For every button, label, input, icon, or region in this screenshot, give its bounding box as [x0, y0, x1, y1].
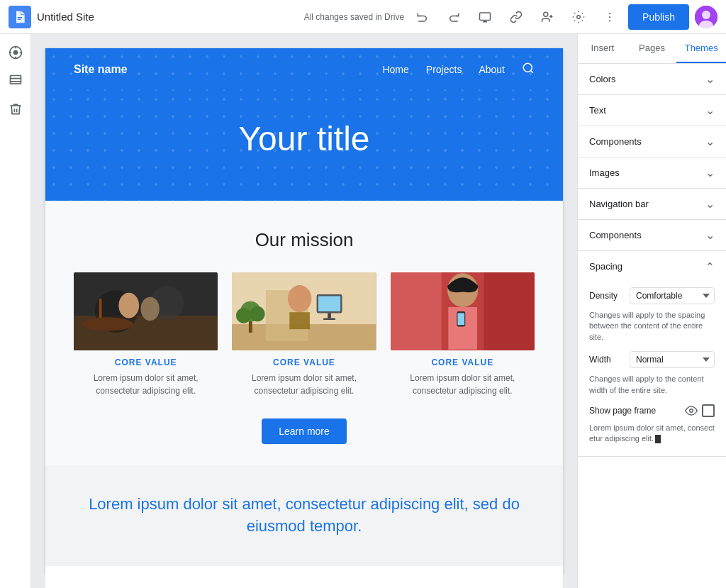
left-toolbar: [0, 34, 31, 588]
components2-header[interactable]: Components ⌄: [578, 220, 726, 250]
density-row: Density Comfortable Compact Spacious: [589, 287, 715, 304]
svg-point-40: [250, 306, 265, 322]
density-label: Density: [589, 291, 618, 301]
quote-text: Lorem ipsum dolor sit amet, consectetur …: [74, 494, 535, 538]
svg-point-27: [140, 297, 159, 321]
width-help: Changes will apply to the content width …: [589, 374, 715, 396]
nav-about[interactable]: About: [479, 64, 505, 75]
spacing-header[interactable]: Spacing ⌄: [578, 251, 726, 282]
site-canvas: Site name Home Projects About Your title…: [45, 48, 563, 574]
section-images: Images ⌄: [578, 157, 726, 189]
svg-point-52: [690, 409, 693, 413]
svg-rect-17: [10, 76, 21, 84]
navbar-label: Navigation bar: [589, 199, 649, 209]
tab-pages[interactable]: Pages: [627, 34, 677, 63]
components2-label: Components: [589, 230, 642, 240]
colors-chevron-icon: ⌄: [705, 72, 715, 86]
colors-header[interactable]: Colors ⌄: [578, 64, 726, 94]
density-select[interactable]: Comfortable Compact Spacious: [630, 287, 715, 304]
hero-section: Your title: [45, 91, 563, 201]
layers-button[interactable]: [3, 68, 28, 94]
text-chevron-icon: ⌄: [705, 104, 715, 117]
tab-insert[interactable]: Insert: [578, 34, 627, 63]
svg-rect-36: [324, 318, 336, 320]
spacing-content: Density Comfortable Compact Spacious Cha…: [578, 282, 726, 456]
redo-button[interactable]: [441, 4, 467, 30]
svg-rect-0: [18, 17, 23, 18]
svg-rect-32: [290, 312, 311, 329]
canvas-area[interactable]: Site name Home Projects About Your title…: [31, 34, 577, 588]
learn-more-button[interactable]: Learn more: [262, 418, 347, 444]
components-chevron-icon: ⌄: [705, 135, 715, 148]
card-3-title: CORE VALUE: [391, 357, 535, 367]
site-title: Untitled Site: [37, 11, 94, 23]
key-projects-section: Key projects: [45, 566, 563, 588]
preview-button[interactable]: [472, 4, 498, 30]
section-components2: Components ⌄: [578, 220, 726, 251]
frame-icons: [685, 404, 715, 417]
nav-home[interactable]: Home: [382, 64, 408, 75]
navbar-header[interactable]: Navigation bar ⌄: [578, 189, 726, 219]
panel-tabs: Insert Pages Themes: [578, 34, 726, 64]
svg-point-31: [288, 285, 311, 312]
text-header[interactable]: Text ⌄: [578, 95, 726, 126]
nav-projects[interactable]: Projects: [426, 64, 462, 75]
svg-rect-35: [328, 313, 331, 318]
paint-tool-button[interactable]: [3, 40, 28, 65]
quote-section: Lorem ipsum dolor sit amet, consectetur …: [45, 465, 563, 566]
svg-point-10: [609, 16, 610, 17]
card-1-text: Lorem ipsum dolor sit amet, consectetur …: [74, 372, 218, 397]
link-button[interactable]: [503, 4, 529, 30]
width-row: Width Normal Wide Full: [589, 351, 715, 368]
card-2-title: CORE VALUE: [232, 357, 376, 367]
spacing-label: Spacing: [589, 261, 622, 272]
right-panel: Insert Pages Themes Colors ⌄ Text ⌄ Comp…: [577, 34, 726, 588]
images-label: Images: [589, 167, 620, 178]
svg-point-16: [13, 51, 17, 55]
mission-section: Our mission: [45, 201, 563, 465]
site-name-text: Site name: [74, 63, 128, 76]
search-icon[interactable]: [522, 62, 535, 78]
section-components: Components ⌄: [578, 126, 726, 157]
components-header[interactable]: Components ⌄: [578, 126, 726, 157]
settings-button[interactable]: [566, 4, 591, 30]
topbar: Untitled Site All changes saved in Drive…: [0, 0, 726, 34]
spacing-chevron-icon: ⌄: [705, 260, 715, 273]
svg-rect-42: [391, 272, 442, 350]
trash-button[interactable]: [3, 96, 28, 122]
site-nav: Home Projects About: [382, 62, 535, 78]
width-select[interactable]: Normal Wide Full: [630, 351, 715, 368]
cursor-indicator: [655, 435, 661, 443]
section-spacing: Spacing ⌄ Density Comfortable Compact Sp…: [578, 251, 726, 457]
card-3: CORE VALUE Lorem ipsum dolor sit amet, c…: [391, 272, 535, 397]
svg-point-18: [523, 63, 532, 72]
width-label: Width: [589, 355, 611, 365]
card-2-image: [232, 272, 376, 350]
page-frame-row: Show page frame: [589, 404, 715, 417]
components-label: Components: [589, 136, 642, 147]
avatar[interactable]: [695, 6, 717, 28]
undo-button[interactable]: [410, 4, 435, 30]
density-help: Changes will apply to the spacing betwee…: [589, 310, 715, 343]
card-3-text: Lorem ipsum dolor sit amet, consectetur …: [391, 372, 535, 397]
site-header: Site name Home Projects About: [45, 48, 563, 91]
section-colors: Colors ⌄: [578, 64, 726, 95]
svg-point-26: [118, 293, 139, 318]
more-options-button[interactable]: [597, 4, 622, 30]
add-user-button[interactable]: [535, 4, 560, 30]
tab-themes[interactable]: Themes: [676, 34, 726, 63]
publish-button[interactable]: Publish: [628, 4, 689, 30]
main-layout: Site name Home Projects About Your title…: [0, 34, 726, 588]
svg-point-5: [544, 12, 548, 16]
hero-title: Your title: [60, 119, 549, 158]
text-label: Text: [589, 105, 606, 116]
svg-point-24: [82, 317, 133, 331]
eye-button[interactable]: [685, 404, 698, 417]
card-1-title: CORE VALUE: [74, 357, 218, 367]
images-header[interactable]: Images ⌄: [578, 157, 726, 188]
section-navbar: Navigation bar ⌄: [578, 189, 726, 220]
lorem-preview-text: Lorem ipsum dolor sit amet, consect etur…: [589, 423, 715, 445]
svg-rect-2: [480, 13, 491, 21]
svg-rect-34: [318, 296, 340, 311]
page-frame-checkbox[interactable]: [702, 404, 715, 417]
